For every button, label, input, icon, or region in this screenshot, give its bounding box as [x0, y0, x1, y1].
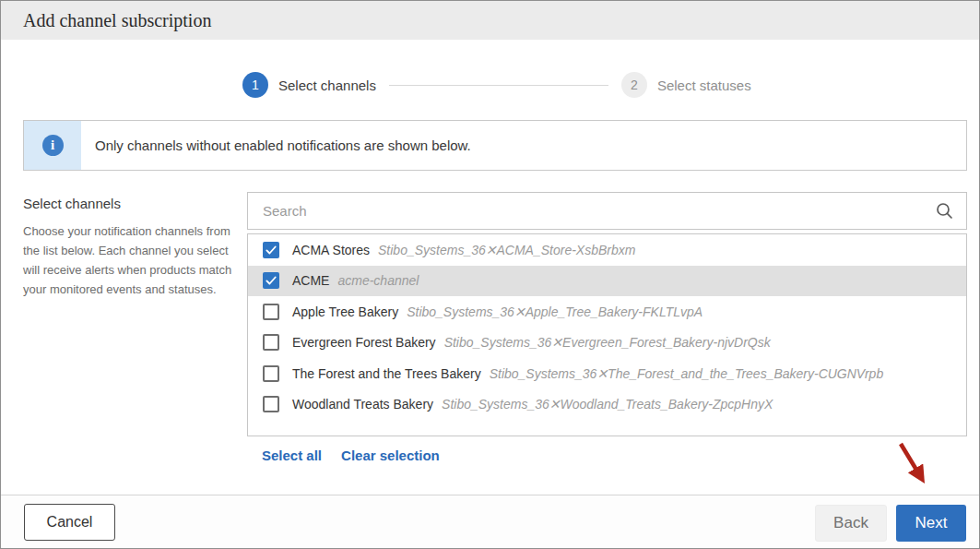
search-input[interactable]: [248, 203, 936, 219]
channel-checkbox[interactable]: [263, 304, 279, 320]
channel-id: Stibo_Systems_36✕The_Forest_and_the_Tree…: [490, 366, 884, 381]
list-actions: Select all Clear selection: [262, 448, 440, 463]
info-banner-icon-strip: i: [24, 121, 81, 170]
channel-id: Stibo_Systems_36✕ACMA_Store-XsbBrbxm: [378, 243, 635, 257]
channel-name: Apple Tree Bakery: [292, 304, 398, 319]
channel-checkbox[interactable]: [263, 365, 279, 382]
stepper-connector-line: [389, 85, 608, 86]
step-2-circle: 2: [621, 72, 647, 98]
cancel-button[interactable]: Cancel: [24, 504, 115, 541]
search-icon[interactable]: [936, 202, 953, 220]
channel-name: ACME: [292, 273, 329, 288]
channel-id: Stibo_Systems_36✕Apple_Tree_Bakery-FKLTL…: [407, 304, 703, 319]
list-item[interactable]: Woodland Treats BakeryStibo_Systems_36✕W…: [248, 389, 966, 421]
next-button[interactable]: Next: [896, 505, 966, 542]
channel-checkbox[interactable]: [263, 272, 279, 289]
list-item[interactable]: Apple Tree BakeryStibo_Systems_36✕Apple_…: [248, 296, 966, 328]
channel-name: Woodland Treats Bakery: [292, 397, 433, 412]
channel-checkbox[interactable]: [263, 396, 279, 412]
dialog-header: Add channel subscription: [1, 1, 979, 40]
dialog-footer: Cancel Back Next: [1, 495, 979, 548]
search-box: [247, 192, 967, 230]
select-all-link[interactable]: Select all: [262, 448, 322, 463]
list-item[interactable]: ACMEacme-channel: [248, 266, 966, 297]
channel-checkbox[interactable]: [263, 242, 279, 258]
sidebar-description: Choose your notification channels from t…: [23, 221, 233, 299]
channel-id: acme-channel: [337, 273, 419, 288]
list-item[interactable]: Evergreen Forest BakeryStibo_Systems_36✕…: [248, 328, 966, 359]
wizard-stepper: 1 Select channels 2 Select statuses: [242, 72, 751, 98]
add-channel-subscription-dialog: Add channel subscription 1 Select channe…: [0, 0, 980, 549]
clear-selection-link[interactable]: Clear selection: [341, 448, 440, 463]
list-item[interactable]: ACMA StoresStibo_Systems_36✕ACMA_Store-X…: [248, 234, 966, 266]
channel-checkbox[interactable]: [263, 334, 279, 351]
channel-id: Stibo_Systems_36✕Evergreen_Forest_Bakery…: [444, 335, 771, 350]
channel-id: Stibo_Systems_36✕Woodland_Treats_Bakery-…: [442, 397, 773, 412]
back-button[interactable]: Back: [815, 505, 887, 542]
info-banner-text: Only channels without enabled notificati…: [81, 121, 471, 170]
list-item[interactable]: The Forest and the Trees BakeryStibo_Sys…: [248, 358, 966, 389]
sidebar: Select channels Choose your notification…: [23, 196, 233, 299]
dialog-title: Add channel subscription: [1, 1, 979, 40]
channel-name: ACMA Stores: [292, 243, 370, 257]
info-banner: i Only channels without enabled notifica…: [23, 120, 967, 171]
step-1-label: Select channels: [278, 78, 376, 93]
step-2-label: Select statuses: [657, 78, 751, 93]
sidebar-heading: Select channels: [23, 196, 233, 211]
channel-name: The Forest and the Trees Bakery: [292, 366, 481, 381]
channel-list: ACMA StoresStibo_Systems_36✕ACMA_Store-X…: [247, 233, 967, 436]
info-icon: i: [42, 135, 64, 156]
channel-name: Evergreen Forest Bakery: [292, 335, 436, 350]
step-1-circle: 1: [242, 72, 268, 98]
